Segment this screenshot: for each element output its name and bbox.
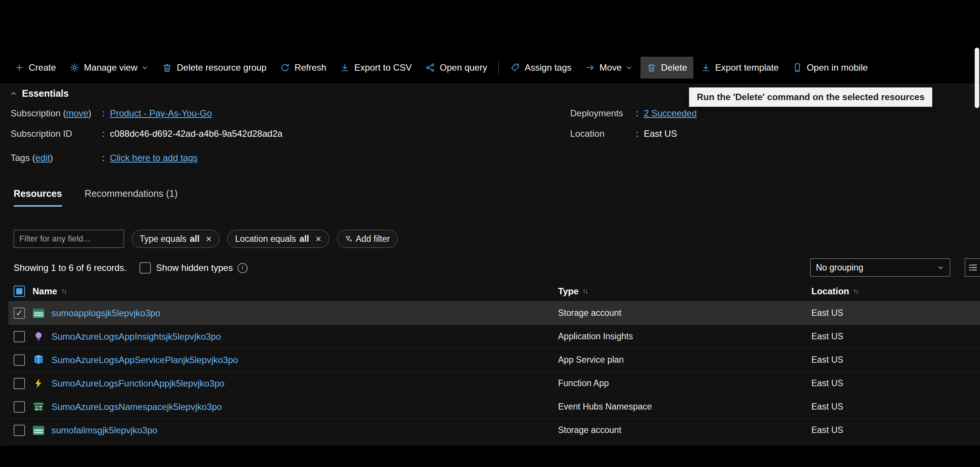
toolbar-label: Open in mobile — [807, 62, 868, 73]
grouping-value: No grouping — [816, 263, 863, 273]
column-name[interactable]: Name — [32, 286, 57, 297]
query-icon — [425, 63, 435, 73]
resource-link[interactable]: sumoapplogsjk5lepvjko3po — [51, 308, 160, 319]
toolbar-label: Export template — [715, 62, 779, 73]
resource-link[interactable]: SumoAzureLogsFunctionAppjk5lepvjko3po — [51, 378, 224, 389]
toolbar-label: Export to CSV — [354, 62, 412, 73]
toolbar-label: Delete — [661, 62, 687, 73]
download-icon — [340, 63, 350, 73]
chevron-down-icon — [141, 64, 149, 71]
records-count: Showing 1 to 6 of 6 records. — [14, 263, 127, 273]
toolbar-label: Delete resource group — [177, 62, 266, 73]
filter-input[interactable] — [14, 230, 124, 248]
add-filter-button[interactable]: Add filter — [337, 230, 398, 248]
edit-tags-link[interactable]: edit — [35, 152, 50, 163]
toolbar-label: Manage view — [84, 62, 137, 73]
toolbar-open-query-button[interactable]: Open query — [419, 57, 493, 79]
location-row: Location : East US — [570, 129, 677, 139]
row-checkbox[interactable] — [14, 401, 25, 413]
toolbar-separator — [0, 84, 980, 84]
table-row[interactable]: sumofailmsgjk5lepvjko3po Storage account… — [8, 419, 980, 442]
resource-location: East US — [811, 331, 980, 342]
table-header: Name Type Location — [8, 281, 980, 302]
resource-location: East US — [811, 378, 980, 388]
sort-icon[interactable] — [582, 287, 587, 295]
chevron-down-icon — [937, 264, 945, 271]
table-row[interactable]: SumoAzureLogsNamespacejk5lepvjko3po Even… — [8, 395, 980, 419]
column-type[interactable]: Type — [558, 286, 579, 297]
resource-location: East US — [811, 355, 980, 365]
remove-filter-icon[interactable] — [206, 234, 212, 244]
toolbar-open-in-mobile-button[interactable]: Open in mobile — [786, 57, 874, 79]
resource-type: Storage account — [558, 308, 811, 318]
resource-link[interactable]: SumoAzureLogsNamespacejk5lepvjko3po — [51, 402, 222, 412]
table-row[interactable]: SumoAzureLogsAppServicePlanjk5lepvjko3po… — [8, 348, 980, 372]
azure-resource-group-page: Create Manage view Delete resource group… — [0, 0, 980, 467]
sort-icon[interactable] — [853, 287, 858, 295]
gear-icon — [70, 63, 80, 73]
location-value: East US — [644, 129, 677, 139]
show-hidden-checkbox[interactable] — [140, 262, 151, 273]
row-checkbox[interactable] — [14, 354, 25, 366]
essentials-toggle[interactable]: Essentials — [10, 88, 69, 99]
vertical-scrollbar[interactable] — [975, 48, 979, 108]
app-service-plan-icon — [32, 354, 45, 366]
toolbar-delete-button[interactable]: Delete — [641, 57, 693, 79]
chevron-up-icon — [10, 90, 18, 97]
filter-bar: Type equalsall Location equalsall Add fi… — [14, 230, 398, 248]
tag-icon — [510, 63, 520, 73]
grouping-dropdown[interactable]: No grouping — [810, 259, 950, 276]
remove-filter-icon[interactable] — [316, 234, 321, 244]
move-link[interactable]: move — [66, 108, 89, 118]
arrow-right-icon — [585, 63, 595, 73]
row-checkbox[interactable] — [14, 425, 25, 436]
plus-icon — [14, 63, 24, 73]
table-row[interactable]: SumoAzureLogsAppInsightsjk5lepvjko3po Ap… — [8, 325, 980, 348]
info-icon[interactable] — [237, 263, 248, 273]
app-insights-icon — [32, 331, 45, 342]
row-checkbox[interactable] — [14, 308, 25, 319]
row-checkbox[interactable] — [14, 378, 25, 389]
table-row[interactable]: sumoapplogsjk5lepvjko3po Storage account… — [8, 302, 980, 325]
tab-bar: Resources Recommendations (1) — [14, 188, 178, 206]
toolbar-label: Create — [29, 62, 56, 73]
tab-recommendations[interactable]: Recommendations (1) — [85, 188, 178, 206]
add-filter-icon — [345, 235, 352, 243]
filter-pill-type[interactable]: Type equalsall — [132, 230, 220, 248]
resource-type: Application Insights — [558, 331, 811, 342]
toolbar-label: Move — [600, 62, 622, 73]
row-checkbox[interactable] — [14, 331, 25, 342]
select-all-checkbox[interactable] — [14, 286, 25, 297]
toolbar-move-button[interactable]: Move — [579, 57, 640, 79]
resources-table: Name Type Location sumoapplogsjk5lepvjko… — [8, 281, 980, 442]
toolbar-label: Open query — [440, 62, 487, 73]
toolbar-export-csv-button[interactable]: Export to CSV — [334, 57, 418, 79]
filter-pill-location[interactable]: Location equalsall — [227, 230, 329, 248]
chevron-down-icon — [625, 64, 633, 71]
subscription-link[interactable]: Product - Pay-As-You-Go — [110, 108, 212, 119]
resource-location: East US — [811, 308, 980, 318]
resource-link[interactable]: SumoAzureLogsAppServicePlanjk5lepvjko3po — [51, 355, 238, 365]
toolbar-refresh-button[interactable]: Refresh — [274, 57, 332, 79]
subscription-row: Subscription (move) : Product - Pay-As-Y… — [11, 108, 212, 119]
sort-icon[interactable] — [61, 287, 66, 295]
toolbar-create-button[interactable]: Create — [8, 57, 62, 79]
toolbar-export-template-button[interactable]: Export template — [695, 57, 785, 79]
event-hubs-icon — [32, 401, 45, 413]
resource-link[interactable]: SumoAzureLogsAppInsightsjk5lepvjko3po — [51, 331, 221, 342]
deployments-link[interactable]: 2 Succeeded — [644, 108, 697, 119]
view-selector-button[interactable] — [965, 259, 980, 276]
resource-type: Function App — [558, 378, 811, 388]
column-location[interactable]: Location — [811, 286, 849, 297]
essentials-title: Essentials — [22, 88, 69, 99]
toolbar-manage-view-button[interactable]: Manage view — [64, 57, 154, 79]
toolbar-delete-resource-group-button[interactable]: Delete resource group — [156, 57, 272, 79]
tab-resources[interactable]: Resources — [14, 188, 62, 206]
toolbar-assign-tags-button[interactable]: Assign tags — [504, 57, 578, 79]
download-icon — [701, 63, 711, 73]
function-app-icon — [32, 378, 45, 389]
resource-type: Storage account — [558, 425, 811, 435]
resource-link[interactable]: sumofailmsgjk5lepvjko3po — [51, 425, 157, 436]
table-row[interactable]: SumoAzureLogsFunctionAppjk5lepvjko3po Fu… — [8, 372, 980, 395]
add-tags-link[interactable]: Click here to add tags — [110, 152, 198, 163]
